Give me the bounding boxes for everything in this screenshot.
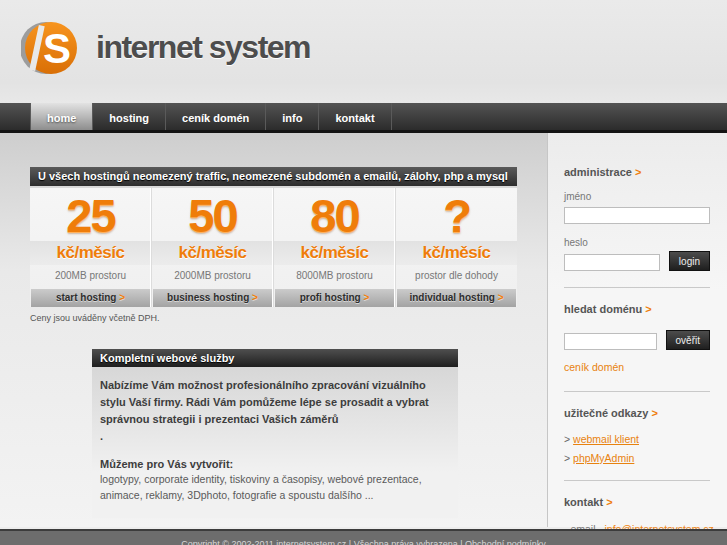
arrow-icon: > — [119, 292, 125, 303]
nav-tab-cenik-domen[interactable]: ceník domén — [166, 103, 266, 130]
arrow-icon: > — [498, 292, 504, 303]
divider — [564, 480, 710, 481]
header: S internet system — [0, 0, 727, 103]
start-hosting-button[interactable]: start hosting > — [31, 289, 150, 307]
username-input[interactable] — [564, 207, 710, 224]
arrow-icon: > — [635, 166, 641, 178]
phpmyadmin-link[interactable]: phpMyAdmin — [573, 452, 634, 464]
services-title: Kompletní webové služby — [92, 349, 458, 367]
plan-unit: kč/měsíc — [152, 241, 273, 265]
plan-space: prostor dle dohody — [396, 265, 517, 286]
plan-unit: kč/měsíc — [274, 241, 395, 265]
plan-business: 50 kč/měsíc 2000MB prostoru business hos… — [151, 188, 273, 307]
plan-unit: kč/měsíc — [30, 241, 151, 265]
promo-banner: U všech hostingů neomezený traffic, neom… — [30, 167, 517, 186]
divider — [564, 287, 710, 288]
arrow-icon: > — [252, 292, 258, 303]
domain-search-input[interactable] — [564, 333, 657, 350]
arrow-icon: > — [564, 452, 570, 464]
services-box: Kompletní webové služby Nabízíme Vám mož… — [92, 349, 458, 518]
services-list: logotypy, corporate identity, tiskoviny … — [100, 472, 450, 504]
arrow-icon: > — [606, 496, 612, 508]
sidebar: administrace > jméno heslo login hledat … — [547, 133, 727, 527]
nav-tab-hosting[interactable]: hosting — [93, 103, 166, 130]
arrow-icon: > — [564, 433, 570, 445]
pricing-table: 25 kč/měsíc 200MB prostoru start hosting… — [30, 188, 517, 307]
plan-price: 50 — [152, 188, 273, 239]
login-button[interactable]: login — [669, 251, 710, 271]
logo-wordmark: internet system — [96, 29, 310, 66]
services-intro: Nabízíme Vám možnost profesionálního zpr… — [100, 377, 450, 445]
plan-price: ? — [396, 188, 517, 239]
main-nav: home hosting ceník domén info kontakt — [0, 103, 727, 133]
password-input[interactable] — [564, 254, 660, 271]
services-subtitle: Můžeme pro Vás vytvořit: — [100, 458, 450, 470]
contact-section-title: kontakt > — [564, 496, 710, 508]
content: U všech hostingů neomezený traffic, neom… — [0, 133, 727, 527]
arrow-icon: > — [651, 407, 657, 419]
password-label: heslo — [564, 237, 710, 248]
username-label: jméno — [564, 191, 710, 202]
plan-start: 25 kč/měsíc 200MB prostoru start hosting… — [30, 188, 151, 307]
footer: Copyright © 2002-2011 internetsystem.cz … — [0, 529, 727, 545]
main-column: U všech hostingů neomezený traffic, neom… — [0, 133, 547, 527]
internet-system-logo-icon: S — [21, 19, 79, 77]
domain-search-title: hledat doménu > — [564, 303, 710, 315]
arrow-icon: > — [364, 292, 370, 303]
svg-text:S: S — [43, 25, 71, 72]
useful-links-title: užitečné odkazy > — [564, 407, 710, 419]
individual-hosting-button[interactable]: individual hosting > — [397, 289, 516, 307]
plan-price: 80 — [274, 188, 395, 239]
nav-tab-home[interactable]: home — [30, 103, 93, 130]
profi-hosting-button[interactable]: profi hosting > — [275, 289, 394, 307]
plan-unit: kč/měsíc — [396, 241, 517, 265]
page: S internet system home hosting ceník dom… — [0, 0, 727, 545]
webmail-link[interactable]: webmail klient — [573, 433, 639, 445]
copyright-text: Copyright © 2002-2011 internetsystem.cz … — [0, 531, 727, 545]
services-body: Nabízíme Vám možnost profesionálního zpr… — [92, 367, 458, 518]
link-row: > webmail klient — [564, 433, 710, 445]
domain-pricing-link[interactable]: ceník domén — [564, 361, 624, 373]
verify-domain-button[interactable]: ověřit — [666, 330, 710, 350]
plan-space: 2000MB prostoru — [152, 265, 273, 286]
plan-price: 25 — [30, 188, 151, 239]
nav-tab-info[interactable]: info — [266, 103, 319, 130]
divider — [564, 391, 710, 392]
plan-space: 200MB prostoru — [30, 265, 151, 286]
link-row: > phpMyAdmin — [564, 452, 710, 464]
plan-space: 8000MB prostoru — [274, 265, 395, 286]
nav-tab-kontakt[interactable]: kontakt — [319, 103, 391, 130]
vat-note: Ceny jsou uváděny včetně DPH. — [30, 313, 517, 323]
plan-individual: ? kč/měsíc prostor dle dohody individual… — [395, 188, 517, 307]
business-hosting-button[interactable]: business hosting > — [153, 289, 272, 307]
plan-profi: 80 kč/měsíc 8000MB prostoru profi hostin… — [273, 188, 395, 307]
arrow-icon: > — [645, 303, 651, 315]
admin-section-title: administrace > — [564, 166, 710, 178]
